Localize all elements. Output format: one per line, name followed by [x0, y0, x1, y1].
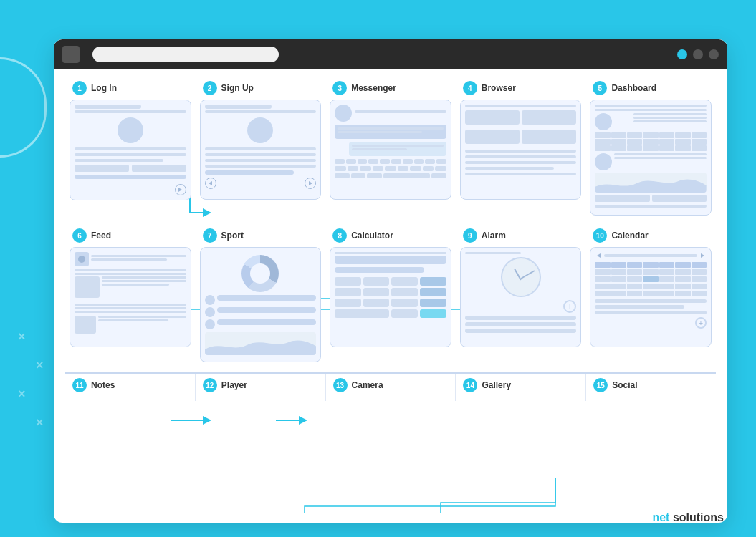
screen5-mockup: [590, 100, 712, 216]
screen1-number: 1: [72, 81, 87, 95]
screen8-name: Calculator: [351, 231, 393, 241]
screen13-label: 13 Camera: [330, 378, 383, 392]
screen13-number: 13: [333, 378, 348, 392]
screen6-label: 6 Feed: [70, 228, 111, 243]
screen-browser: 4 Browser: [456, 78, 586, 220]
screen6-mockup: [70, 247, 191, 347]
deco-x: ×: [18, 387, 26, 402]
browser-content: 1 Log In: [54, 69, 727, 523]
screen6-name: Feed: [91, 231, 111, 241]
screen6-number: 6: [72, 228, 87, 243]
screen11-label: 11 Notes: [70, 378, 115, 392]
screen5-name: Dashboard: [611, 83, 656, 93]
screen-calculator: 8 Calculator: [325, 226, 456, 367]
logo-brand: net: [652, 511, 669, 523]
screen-calendar: 10 Calendar: [585, 226, 716, 367]
screen9-mockup: +: [460, 247, 582, 347]
screen-alarm: 9 Alarm +: [456, 226, 586, 367]
screen4-mockup: [460, 100, 582, 200]
screen9-name: Alarm: [482, 231, 506, 241]
screen3-label: 3 Messenger: [330, 81, 396, 95]
screen12-label: 12 Player: [200, 378, 247, 392]
screen4-label: 4 Browser: [460, 81, 516, 95]
screen1-mockup: [70, 100, 191, 200]
screen-player: 12 Player: [195, 374, 325, 401]
screen-gallery: 14 Gallery: [455, 374, 585, 401]
screen9-label: 9 Alarm: [460, 228, 506, 243]
decorative-curve: [0, 57, 47, 158]
screen3-number: 3: [332, 81, 347, 95]
screen14-name: Gallery: [482, 380, 511, 390]
screen7-mockup: [200, 247, 322, 362]
screen7-name: Sport: [221, 231, 244, 241]
screen7-label: 7 Sport: [200, 228, 244, 243]
browser-icon: [62, 46, 80, 63]
screen3-name: Messenger: [351, 83, 396, 93]
logo-text: net solutions: [652, 511, 724, 524]
screen14-label: 14 Gallery: [460, 378, 511, 392]
screen-camera: 13 Camera: [325, 374, 456, 401]
screen10-name: Calendar: [611, 231, 648, 241]
bottom-labels-row: 11 Notes 12 Player 13 Camera: [65, 372, 716, 401]
screen12-number: 12: [203, 378, 217, 392]
screen8-label: 8 Calculator: [330, 228, 393, 243]
screen-notes: 11 Notes: [65, 374, 195, 401]
screen-social: 15 Social: [585, 374, 716, 401]
screen5-number: 5: [593, 81, 607, 95]
screen1-name: Log In: [91, 83, 117, 93]
screen14-number: 14: [463, 378, 477, 392]
screen11-name: Notes: [91, 380, 115, 390]
screen2-label: 2 Sign Up: [200, 81, 254, 95]
screen7-number: 7: [203, 228, 217, 243]
address-bar[interactable]: [92, 47, 279, 62]
screen3-mockup: [330, 100, 451, 200]
deco-x: ×: [36, 358, 44, 373]
browser-titlebar: [54, 39, 727, 69]
screen2-mockup: [200, 100, 322, 200]
screen-login: 1 Log In: [65, 78, 196, 220]
screen2-number: 2: [203, 81, 217, 95]
browser-window: 1 Log In: [54, 39, 727, 523]
screen4-name: Browser: [482, 83, 516, 93]
dot-blue: [677, 49, 687, 59]
screen1-label: 1 Log In: [70, 81, 117, 95]
deco-x: ×: [18, 329, 26, 344]
screen9-number: 9: [463, 228, 477, 243]
screen15-number: 15: [593, 378, 608, 392]
screen10-number: 10: [593, 228, 607, 243]
screen-feed: 6 Feed: [65, 226, 196, 367]
screen8-mockup: [330, 247, 451, 347]
logo: net solutions: [652, 511, 724, 524]
screen5-label: 5 Dashboard: [590, 81, 656, 95]
logo-word: solutions: [673, 511, 724, 523]
screen-sport: 7 Sport: [196, 226, 326, 367]
screen13-name: Camera: [352, 380, 383, 390]
deco-x: ×: [36, 415, 44, 430]
browser-controls: [677, 49, 719, 59]
screen11-number: 11: [72, 378, 87, 392]
screen-messenger: 3 Messenger: [325, 78, 456, 220]
screen4-number: 4: [463, 81, 477, 95]
dot-dark2: [709, 49, 719, 59]
screen10-mockup: +: [590, 247, 712, 347]
screen8-number: 8: [332, 228, 347, 243]
screen2-name: Sign Up: [221, 83, 254, 93]
screen-signup: 2 Sign Up: [196, 78, 326, 220]
screen15-label: 15 Social: [590, 378, 637, 392]
dot-dark1: [693, 49, 703, 59]
screen10-label: 10 Calendar: [590, 228, 648, 243]
screen12-name: Player: [221, 380, 247, 390]
screen15-name: Social: [612, 380, 637, 390]
screen-dashboard: 5 Dashboard: [585, 78, 716, 220]
